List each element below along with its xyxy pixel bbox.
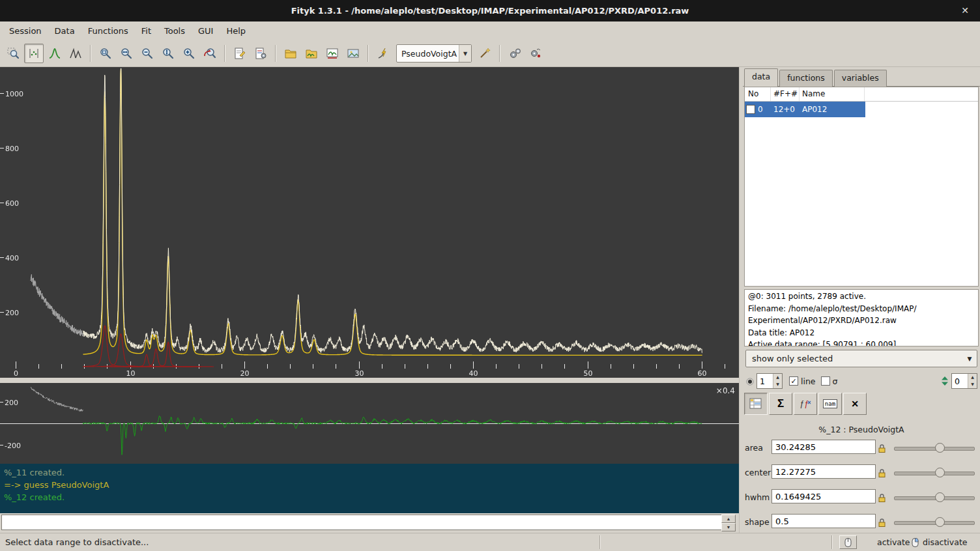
menu-fit[interactable]: Fit [135,23,158,38]
menu-gui[interactable]: GUI [192,23,220,38]
menu-data[interactable]: Data [48,23,81,38]
aux-plot[interactable] [0,383,739,464]
config-page-icon [254,47,267,60]
shift-value[interactable] [952,374,968,388]
show-sum-toggle-button[interactable]: Σ [769,393,792,415]
data-range-icon [27,47,40,60]
spin-up-icon[interactable]: ▲ [773,374,782,381]
toolbar-separator [275,45,276,62]
zoom-horizontal-button[interactable] [117,44,136,63]
menu-tools[interactable]: Tools [158,23,192,38]
spin-up-icon[interactable]: ▲ [968,374,977,381]
param-area-input[interactable] [771,440,876,454]
zoom-out-button[interactable] [137,44,157,63]
magic-wand-icon [478,47,491,60]
zoom-previous-button[interactable] [200,44,220,63]
tab-functions[interactable]: functions [779,70,833,87]
gui-config-button[interactable] [251,44,270,63]
dataset-functions-count: 12+0 [771,102,800,117]
status-divider [599,535,601,549]
lock-shape-button[interactable] [876,516,888,528]
spin-down-icon[interactable]: ▼ [968,381,977,388]
data-filter-dropdown[interactable]: show only selected ▼ [745,350,977,367]
disactivate-hint-label: disactivate [923,533,967,551]
show-log-button[interactable] [230,44,250,63]
zoom-vertical-button[interactable] [158,44,178,63]
show-functions-toggle-button[interactable]: ƒƒ [794,393,817,415]
slider-thumb[interactable] [935,517,945,527]
delete-button[interactable]: ✕ [843,393,867,415]
tab-variables[interactable]: variables [834,70,887,87]
param-center-slider[interactable] [894,463,973,483]
param-center-input[interactable] [771,464,876,479]
run-fit-button[interactable] [505,44,525,63]
point-size-value[interactable] [757,374,773,388]
open-file-button[interactable] [281,44,300,63]
plot-splitter[interactable] [0,378,739,383]
close-icon[interactable]: ✕ [957,0,973,21]
slider-track [894,447,975,451]
status-message: Select data range to disactivate... [5,533,149,551]
menu-help[interactable]: Help [220,23,252,38]
zoom-horizontal-icon [120,47,133,60]
folder-open-icon [284,47,297,60]
lock-center-button[interactable] [876,467,888,479]
function-type-combo[interactable]: PseudoVoigtA ▼ [396,44,472,63]
open-session-button[interactable] [302,44,321,63]
export-image-button[interactable] [343,44,363,63]
main-plot[interactable] [0,67,739,378]
guess-peak-button[interactable] [475,44,495,63]
save-session-button[interactable] [323,44,342,63]
folder-data-icon [305,47,318,60]
slider-thumb[interactable] [935,492,945,502]
tab-data[interactable]: data [744,68,778,87]
zoom-mode-button[interactable] [3,44,23,63]
sigma-checkbox[interactable] [821,376,830,386]
lock-hwhm-button[interactable] [876,492,888,503]
point-size-icon [745,376,755,386]
param-shape-slider[interactable] [894,513,973,532]
lock-icon [878,444,886,453]
image-icon [347,47,360,60]
zoom-all-button[interactable] [96,44,115,63]
spin-up-icon: ▲ [727,516,731,521]
define-function-button[interactable] [373,44,393,63]
param-hwhm-input[interactable] [771,489,876,503]
data-grid-toggle-button[interactable] [744,393,768,415]
status-divider [831,535,833,549]
fit-vertically-icon[interactable] [941,376,949,386]
lock-area-button[interactable] [876,442,888,454]
dataset-row[interactable]: 0 12+0 AP012 [745,102,865,117]
point-size-spinner[interactable]: ▲▼ [757,373,783,389]
spin-down-icon[interactable]: ▼ [773,381,782,388]
param-hwhm-slider[interactable] [894,488,973,507]
menu-functions[interactable]: Functions [81,23,135,38]
toolbar-separator [499,45,500,62]
slider-thumb[interactable] [935,443,945,453]
mouse-mode-button[interactable] [839,535,857,549]
param-shape-input[interactable] [771,514,876,528]
zoom-in-button[interactable] [179,44,199,63]
add-sharp-peak-mode-button[interactable] [66,44,85,63]
param-area-slider[interactable] [894,438,973,458]
add-peak-mode-button[interactable] [45,44,65,63]
slider-thumb[interactable] [935,468,945,477]
output-console: %_11 created. =-> guess PseudoVoigtA %_1… [0,464,739,513]
input-history-up-button[interactable]: ▲ [721,515,736,523]
mouse-icon [844,537,852,548]
dataset-checkbox[interactable] [746,105,755,114]
dataset-info: @0: 3011 points, 2789 active. Filename: … [744,289,979,346]
shift-spinner[interactable]: ▲▼ [951,373,977,389]
data-range-mode-button[interactable] [24,44,44,63]
input-history-down-button[interactable]: ▼ [721,523,736,531]
chevron-down-icon: ▼ [962,356,977,362]
zoom-rect-icon [7,47,20,60]
zoom-all-icon [99,47,112,60]
menu-session[interactable]: Session [3,23,48,38]
command-input[interactable] [1,515,722,530]
slider-track [894,496,975,500]
show-names-toggle-button[interactable]: nam [818,393,842,415]
info-line: Filename: /home/aleplo/test/Desktop/IMAP… [748,303,975,315]
fit-options-button[interactable] [526,44,545,63]
line-checkbox[interactable]: ✓ [789,376,798,386]
